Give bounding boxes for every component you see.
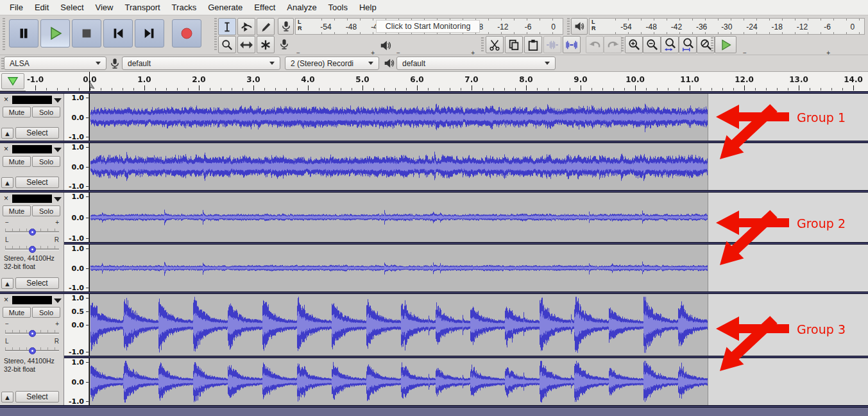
stop-button[interactable] xyxy=(72,19,101,48)
play-button[interactable] xyxy=(40,19,70,48)
close-track-icon[interactable]: × xyxy=(1,144,11,154)
copy-button[interactable] xyxy=(505,36,523,53)
menu-edit[interactable]: Edit xyxy=(29,1,55,14)
close-track-icon[interactable]: × xyxy=(1,194,11,204)
vertical-ruler[interactable]: 1.00.0-1.0 xyxy=(64,143,89,190)
close-track-icon[interactable]: × xyxy=(1,295,11,305)
menu-transport[interactable]: Transport xyxy=(119,1,166,14)
trim-audio-icon xyxy=(546,40,559,50)
mute-button[interactable]: Mute xyxy=(3,156,31,167)
bottom-scroll-area[interactable] xyxy=(0,408,868,416)
gain-slider[interactable]: −+ xyxy=(5,223,59,236)
toolbar-grip[interactable] xyxy=(214,18,217,51)
pan-slider[interactable]: LR xyxy=(5,241,59,254)
envelope-tool-button[interactable] xyxy=(237,18,255,35)
vertical-ruler[interactable]: 1.00.0-1.0 xyxy=(64,358,89,405)
vertical-ruler[interactable]: 1.00.0-1.0 xyxy=(64,193,89,242)
select-track-button[interactable]: Select xyxy=(15,391,59,403)
record-button[interactable] xyxy=(172,19,201,48)
close-track-icon[interactable]: × xyxy=(1,95,11,105)
paste-button[interactable] xyxy=(524,36,542,53)
pause-button[interactable] xyxy=(9,19,38,48)
mute-button[interactable]: Mute xyxy=(3,205,31,216)
meter-scale-value: -6 xyxy=(824,22,831,31)
gain-slider[interactable]: −+ xyxy=(5,325,59,338)
zoom-in-button[interactable] xyxy=(625,36,643,53)
select-track-button[interactable]: Select xyxy=(15,177,59,188)
menu-select[interactable]: Select xyxy=(55,1,89,14)
vertical-ruler[interactable]: 1.00.0-1.0 xyxy=(64,94,89,141)
speaker-icon xyxy=(574,21,584,31)
track-name-redacted[interactable] xyxy=(12,96,52,104)
menu-tracks[interactable]: Tracks xyxy=(166,1,203,14)
vertical-ruler[interactable]: 1.00.0-1.0 xyxy=(64,245,89,291)
solo-button[interactable]: Solo xyxy=(32,107,60,117)
collapse-track-button[interactable]: ▲ xyxy=(1,392,13,403)
pan-thumb[interactable] xyxy=(29,246,36,253)
recording-device-dropdown[interactable]: default xyxy=(122,56,280,70)
play-meter-speaker-button[interactable] xyxy=(571,18,588,35)
solo-button[interactable]: Solo xyxy=(32,205,60,216)
collapse-track-button[interactable]: ▲ xyxy=(1,128,13,139)
zoom-tool-button[interactable] xyxy=(218,36,236,53)
menu-effect[interactable]: Effect xyxy=(248,1,281,14)
solo-button[interactable]: Solo xyxy=(32,156,60,167)
recording-channels-dropdown[interactable]: 2 (Stereo) Recordi xyxy=(285,56,379,70)
collapse-track-button[interactable]: ▲ xyxy=(1,177,13,188)
select-track-button[interactable]: Select xyxy=(15,127,59,139)
skip-to-start-button[interactable] xyxy=(103,19,133,48)
pan-thumb[interactable] xyxy=(29,347,36,354)
toolbar-grip[interactable] xyxy=(621,37,624,53)
gain-thumb[interactable] xyxy=(29,229,36,236)
mute-button[interactable]: Mute xyxy=(3,307,31,318)
playback-device-dropdown[interactable]: default xyxy=(396,56,556,70)
solo-button[interactable]: Solo xyxy=(32,307,60,318)
track-menu-caret-icon[interactable] xyxy=(54,98,62,103)
fit-selection-button[interactable] xyxy=(661,36,679,53)
vertical-ruler[interactable]: 1.00.50.0-1.0 xyxy=(64,294,89,356)
recording-meter[interactable]: LR -54-48-42-36-30-24-18-12-60 Click to … xyxy=(295,18,563,35)
playback-meter[interactable]: LR -54-48-42-36-30-24-18-12-60 xyxy=(589,18,865,35)
select-track-button[interactable]: Select xyxy=(15,277,59,289)
audio-host-dropdown[interactable]: ALSA xyxy=(4,56,106,70)
collapse-track-button[interactable]: ▲ xyxy=(1,278,13,289)
monitoring-overlay[interactable]: Click to Start Monitoring xyxy=(376,20,480,33)
menu-help[interactable]: Help xyxy=(353,1,382,14)
gain-thumb[interactable] xyxy=(29,330,36,337)
track-name-redacted[interactable] xyxy=(12,296,52,304)
zoom-out-button[interactable] xyxy=(643,36,661,53)
pan-slider[interactable]: LR xyxy=(5,342,59,355)
menu-view[interactable]: View xyxy=(90,1,119,14)
cut-button[interactable] xyxy=(486,36,504,53)
track-menu-caret-icon[interactable] xyxy=(54,299,62,303)
toolbar-grip[interactable] xyxy=(481,37,484,53)
timeline-scale[interactable] xyxy=(26,72,868,91)
undo-button[interactable] xyxy=(586,36,604,53)
timeline-options-button[interactable] xyxy=(1,73,24,89)
menu-tools[interactable]: Tools xyxy=(323,1,353,14)
track-menu-caret-icon[interactable] xyxy=(54,197,62,202)
menu-analyze[interactable]: Analyze xyxy=(281,1,322,14)
toolbar-grip[interactable] xyxy=(3,18,5,51)
track-name-redacted[interactable] xyxy=(12,145,52,153)
record-meter-mic-button[interactable] xyxy=(278,18,294,35)
toolbar-grip[interactable] xyxy=(711,37,713,53)
fit-project-button[interactable] xyxy=(679,36,697,53)
selection-tool-button[interactable] xyxy=(218,18,236,35)
toolbar-grip[interactable] xyxy=(567,18,570,35)
menu-generate[interactable]: Generate xyxy=(202,1,248,14)
skip-to-end-button[interactable] xyxy=(135,19,164,48)
menu-file[interactable]: File xyxy=(4,1,29,14)
trim-outside-button[interactable] xyxy=(543,36,561,53)
track-name-redacted[interactable] xyxy=(12,195,52,203)
track-menu-caret-icon[interactable] xyxy=(54,148,62,152)
play-at-speed-button[interactable] xyxy=(715,36,736,53)
time-shift-tool-button[interactable] xyxy=(237,36,255,53)
timeline-ruler[interactable] xyxy=(0,72,868,91)
draw-tool-button[interactable] xyxy=(257,18,275,35)
redo-button[interactable] xyxy=(604,36,622,53)
mute-button[interactable]: Mute xyxy=(3,107,31,117)
multi-tool-button[interactable] xyxy=(257,36,275,53)
silence-selection-button[interactable] xyxy=(563,36,581,53)
cut-icon xyxy=(489,39,500,51)
